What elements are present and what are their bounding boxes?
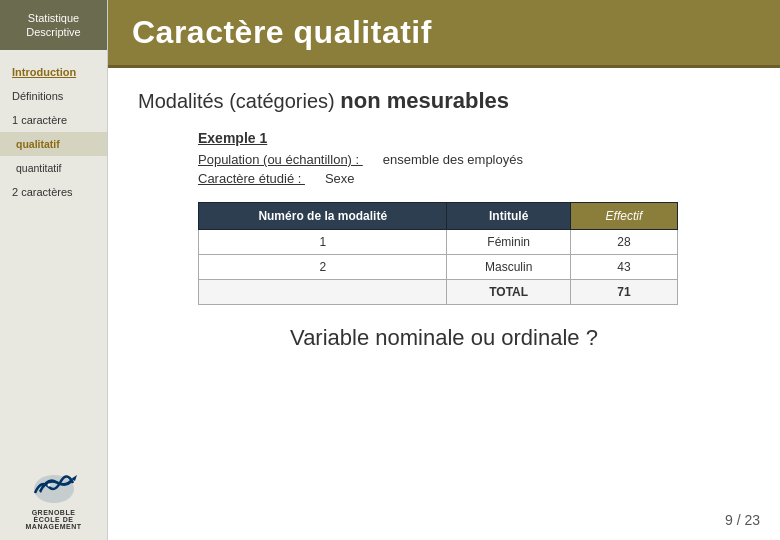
sidebar-header: Statistique Descriptive <box>0 0 107 50</box>
col-header-intitule: Intitulé <box>447 203 570 230</box>
table-row: 1 Féminin 28 <box>199 230 678 255</box>
cell-numero-1: 1 <box>199 230 447 255</box>
cell-numero-2: 2 <box>199 255 447 280</box>
col-header-numero: Numéro de la modalité <box>199 203 447 230</box>
logo-text-management: MANAGEMENT <box>26 523 82 530</box>
col-header-effectif: Effectif <box>570 203 677 230</box>
main-content: Modalités (catégories) non mesurables Ex… <box>108 68 780 540</box>
data-table: Numéro de la modalité Intitulé Effectif … <box>198 202 678 305</box>
example-block: Exemple 1 Population (ou échantillon) : … <box>198 130 750 186</box>
caractere-value: Sexe <box>325 171 355 186</box>
population-line: Population (ou échantillon) : ensemble d… <box>198 152 750 167</box>
cell-effectif-1: 28 <box>570 230 677 255</box>
main-header: Caractère qualitatif <box>108 0 780 68</box>
sidebar-item-introduction[interactable]: Introduction <box>0 60 107 84</box>
page-number: 9 / 23 <box>725 512 760 528</box>
bottom-text: Variable nominale ou ordinale ? <box>138 325 750 351</box>
section-title-normal: Modalités (catégories) <box>138 90 340 112</box>
cell-total-label: TOTAL <box>447 280 570 305</box>
svg-point-1 <box>47 484 50 487</box>
sidebar-item-definitions[interactable]: Définitions <box>0 84 107 108</box>
sidebar-header-text: Statistique Descriptive <box>26 11 80 40</box>
cell-total-empty <box>199 280 447 305</box>
cell-intitule-2: Masculin <box>447 255 570 280</box>
cell-effectif-2: 43 <box>570 255 677 280</box>
caractere-label: Caractère étudié : <box>198 171 305 186</box>
logo-text-ecole: ÉCOLE DE <box>34 516 74 523</box>
sidebar-nav: Introduction Définitions 1 caractère qua… <box>0 50 107 451</box>
page-title: Caractère qualitatif <box>132 14 756 51</box>
cell-total-value: 71 <box>570 280 677 305</box>
sidebar-item-qualitatif[interactable]: qualitatif <box>0 132 107 156</box>
section-title-bold: non mesurables <box>340 88 509 113</box>
table-row: 2 Masculin 43 <box>199 255 678 280</box>
grenoble-logo: GRENOBLE ÉCOLE DE MANAGEMENT <box>0 451 107 540</box>
sidebar-item-1caractere[interactable]: 1 caractère <box>0 108 107 132</box>
grenoble-logo-icon <box>27 461 81 509</box>
caractere-line: Caractère étudié : Sexe <box>198 171 750 186</box>
population-value: ensemble des employés <box>383 152 523 167</box>
sidebar: Statistique Descriptive Introduction Déf… <box>0 0 108 540</box>
sidebar-item-2caracteres[interactable]: 2 caractères <box>0 180 107 204</box>
section-title: Modalités (catégories) non mesurables <box>138 88 750 114</box>
cell-intitule-1: Féminin <box>447 230 570 255</box>
main-area: Caractère qualitatif Modalités (catégori… <box>108 0 780 540</box>
population-label: Population (ou échantillon) : <box>198 152 363 167</box>
example-title: Exemple 1 <box>198 130 750 146</box>
sidebar-item-quantitatif[interactable]: quantitatif <box>0 156 107 180</box>
logo-text-grenoble: GRENOBLE <box>32 509 76 516</box>
table-row-total: TOTAL 71 <box>199 280 678 305</box>
